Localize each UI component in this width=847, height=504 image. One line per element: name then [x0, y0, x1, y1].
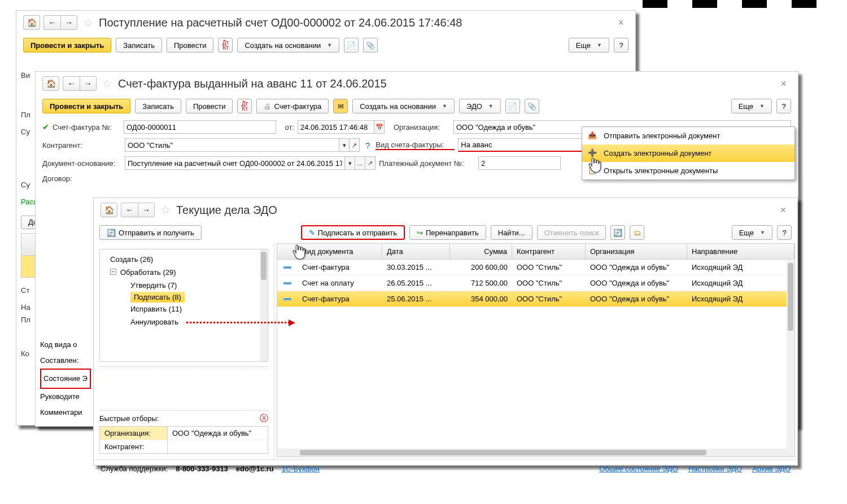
qf-table[interactable]: Организация:ООО "Одежда и обувь" Контраг… [99, 426, 268, 454]
report-icon[interactable]: 📄 [344, 38, 359, 52]
invoice-number-field[interactable] [124, 120, 276, 134]
close-icon[interactable]: × [613, 17, 628, 29]
print-invoice-button[interactable]: 🖨Счет-фактура [256, 99, 329, 113]
tree-node-process[interactable]: −Обработать (29) [100, 266, 268, 279]
buhfon-link[interactable]: 1С-Бухфон [282, 464, 320, 473]
edo-button[interactable]: ЭДО [459, 99, 501, 113]
table-row[interactable]: Счет-фактура 30.03.2015 ... 200 600,00 О… [277, 260, 794, 275]
qf-ka-label: Контрагент: [100, 440, 168, 453]
dropdown-icon[interactable]: ▾ [345, 156, 355, 170]
dtkt-icon[interactable]: ДтКт [218, 38, 233, 52]
edo-archive-link[interactable]: Архив ЭДО [752, 464, 791, 473]
favorite-icon[interactable]: ☆ [83, 16, 93, 29]
more-button[interactable]: Еще [569, 38, 609, 52]
forward-icon[interactable]: → [80, 76, 97, 91]
home-icon[interactable]: 🏠 [23, 15, 40, 30]
base-doc-field[interactable] [125, 156, 345, 170]
label: Отправить и получить [119, 229, 194, 237]
edo-status-link[interactable]: Общее состояние ЭДО [599, 464, 678, 473]
col-date[interactable]: Дата [382, 244, 450, 259]
col-counterparty[interactable]: Контрагент [512, 244, 586, 259]
create-based-button[interactable]: Создать на основании [352, 99, 455, 113]
collapse-icon[interactable]: − [110, 269, 116, 275]
ellipsis-icon[interactable]: … [355, 156, 365, 170]
save-button[interactable]: Записать [135, 99, 181, 113]
left-panel: Создать (26) −Обработать (29) Утвердить … [94, 243, 274, 459]
scrollbar-h[interactable] [277, 449, 787, 457]
label-fragment: Руководите [40, 389, 91, 405]
home-icon[interactable]: 🏠 [101, 203, 117, 217]
attach-icon[interactable]: 📎 [525, 99, 539, 113]
documents-grid[interactable]: Вид документа Дата Сумма Контрагент Орга… [277, 243, 795, 457]
post-button[interactable]: Провести [167, 38, 214, 52]
qf-ka-value[interactable] [168, 440, 268, 453]
more-button[interactable]: Еще [732, 225, 772, 240]
cursor-hand-icon [587, 157, 602, 174]
find-button[interactable]: Найти... [491, 225, 532, 240]
payment-doc-field[interactable] [478, 156, 561, 170]
clear-filters-icon[interactable]: ⓧ [260, 413, 268, 424]
send-receive-button[interactable]: 🔄Отправить и получить [99, 225, 202, 240]
cancel-search-button[interactable]: Отменить поиск [537, 225, 606, 240]
table-row[interactable]: Счет-фактура 25.06.2015 ... 354 000,00 О… [277, 291, 794, 307]
calendar-icon[interactable]: 📅 [374, 120, 385, 134]
task-tree[interactable]: Создать (26) −Обработать (29) Утвердить … [99, 249, 268, 362]
menu-open-edocs[interactable]: 📋Открыть электронные документы [582, 162, 794, 179]
date-field[interactable] [298, 120, 374, 134]
post-and-close-button[interactable]: Провести и закрыть [23, 38, 111, 52]
open-icon[interactable]: ↗ [350, 138, 360, 152]
col-doc-type[interactable]: Вид документа [298, 244, 382, 259]
back-icon[interactable]: ← [121, 203, 138, 217]
forward-icon[interactable]: → [138, 203, 155, 217]
label: Подписать и отправить [318, 229, 397, 237]
help-icon[interactable]: ? [777, 225, 792, 240]
favorite-icon[interactable]: ☆ [160, 203, 171, 217]
scrollbar[interactable] [260, 249, 268, 361]
close-icon[interactable]: × [776, 78, 791, 90]
col-sum[interactable]: Сумма [450, 244, 512, 259]
tree-icon[interactable]: 🗂 [630, 225, 644, 240]
tree-node-fix[interactable]: Исправить (11) [100, 303, 268, 315]
attach-icon[interactable]: 📎 [363, 38, 378, 52]
refresh-icon[interactable]: 🔄 [610, 225, 625, 240]
scrollbar[interactable] [787, 261, 794, 457]
footer: Служба поддержки: 8-800-333-9313 edo@1c.… [94, 459, 797, 477]
menu-send-edoc[interactable]: 📤Отправить электронный документ [582, 127, 794, 144]
forward-icon[interactable]: → [60, 15, 77, 30]
report-icon[interactable]: 📄 [505, 99, 520, 113]
help-icon[interactable]: ? [614, 38, 628, 52]
dropdown-icon[interactable]: ▾ [339, 138, 350, 152]
cell-direction: Исходящий ЭД [687, 275, 794, 291]
menu-label: Открыть электронные документы [604, 166, 718, 175]
back-icon[interactable]: ← [63, 76, 80, 91]
mail-icon[interactable]: ✉ [333, 99, 348, 113]
create-based-button[interactable]: Создать на основании [237, 38, 339, 52]
back-icon[interactable]: ← [43, 15, 60, 30]
menu-create-edoc[interactable]: ➕Создать электронный документ [582, 144, 794, 162]
info-icon[interactable]: ? [365, 141, 370, 150]
home-icon[interactable]: 🏠 [42, 76, 59, 91]
post-and-close-button[interactable]: Провести и закрыть [42, 99, 130, 113]
col-direction[interactable]: Направление [687, 244, 794, 259]
col-org[interactable]: Организация [586, 244, 687, 259]
favorite-icon[interactable]: ☆ [102, 77, 112, 90]
post-button[interactable]: Провести [186, 99, 233, 113]
support-email: edo@1c.ru [236, 464, 274, 473]
counterparty-field[interactable] [125, 138, 339, 152]
dtkt-icon[interactable]: ДтКт [237, 99, 252, 113]
cell-counterparty: ООО "Стиль" [512, 260, 586, 275]
tree-node-sign[interactable]: Подписать (8) [130, 292, 185, 303]
redirect-button[interactable]: ↪Перенаправить [409, 225, 486, 240]
table-row[interactable]: Счет на оплату 26.05.2015 ... 712 500,00… [277, 275, 794, 291]
qf-org-value[interactable]: ООО "Одежда и обувь" [168, 427, 268, 440]
edo-settings-link[interactable]: Настройки ЭДО [688, 464, 742, 473]
help-icon[interactable]: ? [776, 99, 791, 113]
tree-node-create[interactable]: Создать (26) [100, 253, 268, 266]
menu-label: Создать электронный документ [604, 149, 711, 157]
sign-and-send-button[interactable]: ✎Подписать и отправить [301, 225, 405, 240]
more-button[interactable]: Еще [731, 99, 772, 113]
save-button[interactable]: Записать [116, 38, 162, 52]
open-icon[interactable]: ↗ [365, 156, 376, 170]
close-icon[interactable]: × [775, 204, 791, 216]
tree-node-approve[interactable]: Утвердить (7) [100, 279, 268, 292]
